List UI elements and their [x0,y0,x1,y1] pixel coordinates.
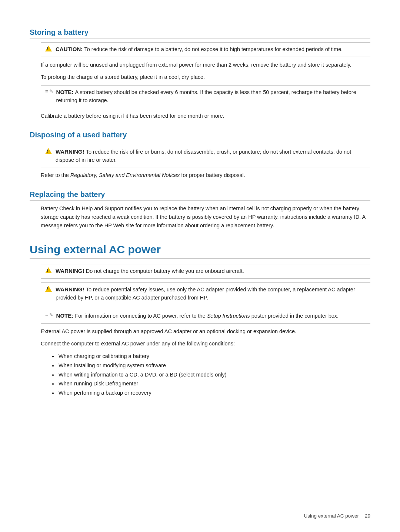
ac-warning2-triangle-icon [45,286,52,292]
storing-caution-label: CAUTION: [56,46,83,52]
disposing-warning-content: WARNING! To reduce the risk of fire or b… [56,148,366,164]
disposing-body1-prefix: Refer to the [41,172,70,178]
ac-note-box: ≡ ✎ NOTE: For information on connecting … [41,309,370,324]
disposing-warning-triangle-icon [45,148,52,154]
disposing-body1-suffix: for proper battery disposal. [180,172,245,178]
footer-text: Using external AC power [304,513,359,519]
ac-note-content: NOTE: For information on connecting to A… [56,312,339,320]
ac-warning1-triangle-icon [45,267,52,273]
page-footer: Using external AC power 29 [304,513,370,519]
ac-note-text-prefix: For information on connecting to AC powe… [75,313,207,319]
bullet-list-item: When running Disk Defragmenter [52,379,370,388]
ac-warning-box1: WARNING! Do not charge the computer batt… [41,264,370,279]
caution-triangle-icon [45,46,52,51]
storing-body2: To prolong the charge of a stored batter… [41,73,370,81]
disposing-warning-label: WARNING! [56,148,84,155]
ac-warning1-content: WARNING! Do not charge the computer batt… [56,267,244,275]
replacing-battery-section: Replacing the battery Battery Check in H… [30,190,370,230]
ac-note-label: NOTE: [56,312,74,319]
bullet-list-item: When charging or calibrating a battery [52,352,370,361]
storing-note-content: NOTE: A stored battery should be checked… [56,88,366,105]
bullet-list-item: When performing a backup or recovery [52,388,370,398]
ac-warning2-text: To reduce potential safety issues, use o… [56,287,355,301]
storing-body1: If a computer will be unused and unplugg… [41,61,370,69]
disposing-warning-box: WARNING! To reduce the risk of fire or b… [41,145,370,168]
storing-note-label: NOTE: [56,89,74,95]
replacing-body1: Battery Check in Help and Support notifi… [41,204,370,230]
disposing-battery-heading: Disposing of a used battery [30,131,370,141]
ac-bullet-list: When charging or calibrating a batteryWh… [52,352,370,397]
bullet-list-item: When writing information to a CD, a DVD,… [52,370,370,379]
storing-battery-heading: Storing a battery [30,28,370,39]
storing-body3: Calibrate a battery before using it if i… [41,112,370,120]
using-ac-power-section: Using external AC power WARNING! Do not … [30,243,370,398]
ac-note-icon: ≡ ✎ [45,312,53,318]
ac-warning2-content: WARNING! To reduce potential safety issu… [56,286,366,302]
ac-warning1-text: Do not charge the computer battery while… [86,268,244,274]
using-ac-power-heading: Using external AC power [30,243,370,259]
ac-warning1-label: WARNING! [56,268,84,274]
replacing-battery-heading: Replacing the battery [30,190,370,201]
storing-battery-section: Storing a battery CAUTION: To reduce the… [30,28,370,120]
disposing-warning-text: To reduce the risk of fire or burns, do … [56,149,351,163]
footer-page-number: 29 [365,513,370,519]
ac-note-text-italic: Setup Instructions [207,313,250,319]
storing-caution-box: CAUTION: To reduce the risk of damage to… [41,42,370,57]
ac-body1: External AC power is supplied through an… [41,327,370,336]
storing-note-icon: ≡ ✎ [45,88,53,94]
storing-note-text: A stored battery should be checked every… [56,89,356,103]
disposing-battery-section: Disposing of a used battery WARNING! To … [30,131,370,180]
ac-note-text-suffix: poster provided in the computer box. [250,313,339,319]
storing-caution-text: To reduce the risk of damage to a batter… [84,46,343,52]
storing-caution-content: CAUTION: To reduce the risk of damage to… [56,46,343,54]
disposing-body1: Refer to the Regulatory, Safety and Envi… [41,171,370,180]
ac-warning-box2: WARNING! To reduce potential safety issu… [41,282,370,305]
storing-note-box: ≡ ✎ NOTE: A stored battery should be che… [41,85,370,108]
ac-body2: Connect the computer to external AC powe… [41,339,370,348]
bullet-list-item: When installing or modifying system soft… [52,361,370,370]
disposing-body1-italic: Regulatory, Safety and Environmental Not… [70,172,180,178]
ac-warning2-label: WARNING! [56,286,84,292]
